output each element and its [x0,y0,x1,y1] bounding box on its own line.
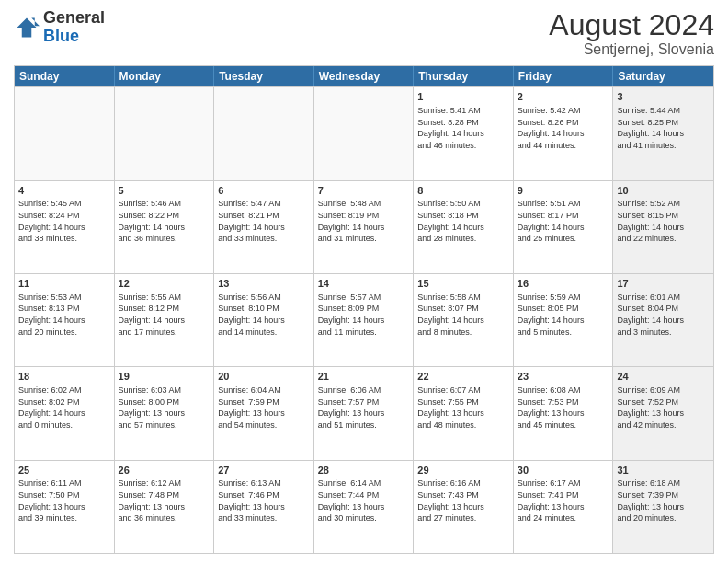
day-number: 8 [417,184,509,198]
calendar-cell: 9Sunrise: 5:51 AM Sunset: 8:17 PM Daylig… [514,181,614,273]
calendar-cell: 19Sunrise: 6:03 AM Sunset: 8:00 PM Dayli… [115,367,215,459]
day-header-thursday: Thursday [414,66,514,86]
cell-content: Sunrise: 6:17 AM Sunset: 7:41 PM Dayligh… [518,477,609,523]
calendar-cell: 12Sunrise: 5:55 AM Sunset: 8:12 PM Dayli… [115,274,215,366]
calendar-cell: 29Sunrise: 6:16 AM Sunset: 7:43 PM Dayli… [414,461,514,553]
calendar-cell: 23Sunrise: 6:08 AM Sunset: 7:53 PM Dayli… [514,367,614,459]
day-number: 17 [617,277,710,291]
day-number: 29 [417,464,509,477]
calendar-cell: 18Sunrise: 6:02 AM Sunset: 8:02 PM Dayli… [15,367,115,459]
calendar-cell: 13Sunrise: 5:56 AM Sunset: 8:10 PM Dayli… [214,274,314,366]
calendar-cell: 2Sunrise: 5:42 AM Sunset: 8:26 PM Daylig… [514,87,614,179]
cell-content: Sunrise: 6:14 AM Sunset: 7:44 PM Dayligh… [318,477,410,523]
cell-content: Sunrise: 6:06 AM Sunset: 7:57 PM Dayligh… [318,385,410,431]
cell-content: Sunrise: 6:04 AM Sunset: 7:59 PM Dayligh… [218,385,310,431]
cell-content: Sunrise: 6:03 AM Sunset: 8:00 PM Dayligh… [119,385,210,431]
calendar-cell: 25Sunrise: 6:11 AM Sunset: 7:50 PM Dayli… [15,461,115,553]
calendar-cell: 31Sunrise: 6:18 AM Sunset: 7:39 PM Dayli… [613,461,713,553]
calendar-cell: 28Sunrise: 6:14 AM Sunset: 7:44 PM Dayli… [314,461,415,553]
cell-content: Sunrise: 5:44 AM Sunset: 8:25 PM Dayligh… [617,105,710,151]
header: General Blue August 2024 Sentjernej, Slo… [14,9,714,58]
cell-content: Sunrise: 5:53 AM Sunset: 8:13 PM Dayligh… [18,292,110,338]
day-header-sunday: Sunday [15,66,115,86]
calendar-row: 18Sunrise: 6:02 AM Sunset: 8:02 PM Dayli… [15,366,713,459]
calendar-cell: 10Sunrise: 5:52 AM Sunset: 8:15 PM Dayli… [613,181,713,273]
day-number: 18 [18,370,110,384]
day-number: 16 [518,277,609,291]
day-number: 30 [518,464,609,477]
subtitle: Sentjernej, Slovenia [549,41,714,58]
title-section: August 2024 Sentjernej, Slovenia [549,9,714,58]
cell-content: Sunrise: 6:07 AM Sunset: 7:55 PM Dayligh… [417,385,509,431]
day-number: 21 [318,370,410,384]
calendar-cell: 30Sunrise: 6:17 AM Sunset: 7:41 PM Dayli… [514,461,614,553]
day-number: 7 [318,184,410,198]
cell-content: Sunrise: 6:18 AM Sunset: 7:39 PM Dayligh… [617,477,710,523]
cell-content: Sunrise: 5:41 AM Sunset: 8:28 PM Dayligh… [417,105,509,151]
logo-blue: Blue [43,27,79,45]
cell-content: Sunrise: 6:13 AM Sunset: 7:46 PM Dayligh… [218,477,310,523]
day-header-wednesday: Wednesday [314,66,415,86]
day-header-tuesday: Tuesday [214,66,314,86]
calendar-cell: 22Sunrise: 6:07 AM Sunset: 7:55 PM Dayli… [414,367,514,459]
day-number: 12 [119,277,210,291]
calendar-cell: 5Sunrise: 5:46 AM Sunset: 8:22 PM Daylig… [115,181,215,273]
cell-content: Sunrise: 5:48 AM Sunset: 8:19 PM Dayligh… [318,198,410,244]
day-number: 14 [318,277,410,291]
cell-content: Sunrise: 5:55 AM Sunset: 8:12 PM Dayligh… [119,292,210,338]
day-header-friday: Friday [514,66,614,86]
day-number: 15 [417,277,509,291]
day-number: 22 [417,370,509,384]
cell-content: Sunrise: 6:08 AM Sunset: 7:53 PM Dayligh… [518,385,609,431]
day-number: 27 [218,464,310,477]
cell-content: Sunrise: 5:58 AM Sunset: 8:07 PM Dayligh… [417,292,509,338]
calendar-header: SundayMondayTuesdayWednesdayThursdayFrid… [15,66,713,86]
calendar-row: 25Sunrise: 6:11 AM Sunset: 7:50 PM Dayli… [15,460,713,553]
calendar-cell: 4Sunrise: 5:45 AM Sunset: 8:24 PM Daylig… [15,181,115,273]
day-number: 23 [518,370,609,384]
calendar-cell: 20Sunrise: 6:04 AM Sunset: 7:59 PM Dayli… [214,367,314,459]
calendar-cell: 26Sunrise: 6:12 AM Sunset: 7:48 PM Dayli… [115,461,215,553]
cell-content: Sunrise: 6:01 AM Sunset: 8:04 PM Dayligh… [617,292,710,338]
day-number: 1 [417,90,509,104]
day-number: 6 [218,184,310,198]
calendar-cell: 8Sunrise: 5:50 AM Sunset: 8:18 PM Daylig… [414,181,514,273]
cell-content: Sunrise: 5:42 AM Sunset: 8:26 PM Dayligh… [518,105,609,151]
month-title: August 2024 [549,9,714,41]
calendar-row: 11Sunrise: 5:53 AM Sunset: 8:13 PM Dayli… [15,273,713,366]
calendar-cell: 7Sunrise: 5:48 AM Sunset: 8:19 PM Daylig… [314,181,415,273]
cell-content: Sunrise: 5:45 AM Sunset: 8:24 PM Dayligh… [18,198,110,244]
cell-content: Sunrise: 5:46 AM Sunset: 8:22 PM Dayligh… [119,198,210,244]
cell-content: Sunrise: 5:57 AM Sunset: 8:09 PM Dayligh… [318,292,410,338]
cell-content: Sunrise: 5:59 AM Sunset: 8:05 PM Dayligh… [518,292,609,338]
day-number: 3 [617,90,710,104]
calendar-row: 1Sunrise: 5:41 AM Sunset: 8:28 PM Daylig… [15,86,713,179]
day-number: 5 [119,184,210,198]
calendar-cell: 17Sunrise: 6:01 AM Sunset: 8:04 PM Dayli… [613,274,713,366]
page: General Blue August 2024 Sentjernej, Slo… [0,0,728,563]
logo: General Blue [14,9,105,46]
calendar-cell: 21Sunrise: 6:06 AM Sunset: 7:57 PM Dayli… [314,367,415,459]
cell-content: Sunrise: 5:52 AM Sunset: 8:15 PM Dayligh… [617,198,710,244]
calendar-row: 4Sunrise: 5:45 AM Sunset: 8:24 PM Daylig… [15,180,713,273]
day-number: 25 [18,464,110,477]
calendar-cell [214,87,314,179]
calendar-cell: 15Sunrise: 5:58 AM Sunset: 8:07 PM Dayli… [414,274,514,366]
day-number: 4 [18,184,110,198]
calendar-cell: 27Sunrise: 6:13 AM Sunset: 7:46 PM Dayli… [214,461,314,553]
calendar-cell: 6Sunrise: 5:47 AM Sunset: 8:21 PM Daylig… [214,181,314,273]
day-number: 31 [617,464,710,477]
cell-content: Sunrise: 5:56 AM Sunset: 8:10 PM Dayligh… [218,292,310,338]
day-number: 10 [617,184,710,198]
cell-content: Sunrise: 6:09 AM Sunset: 7:52 PM Dayligh… [617,385,710,431]
day-header-saturday: Saturday [613,66,713,86]
day-header-monday: Monday [115,66,215,86]
logo-text: General Blue [43,9,105,46]
calendar-body: 1Sunrise: 5:41 AM Sunset: 8:28 PM Daylig… [15,86,713,553]
day-number: 2 [518,90,609,104]
day-number: 20 [218,370,310,384]
calendar-cell [314,87,415,179]
day-number: 9 [518,184,609,198]
cell-content: Sunrise: 5:51 AM Sunset: 8:17 PM Dayligh… [518,198,609,244]
cell-content: Sunrise: 6:12 AM Sunset: 7:48 PM Dayligh… [119,477,210,523]
